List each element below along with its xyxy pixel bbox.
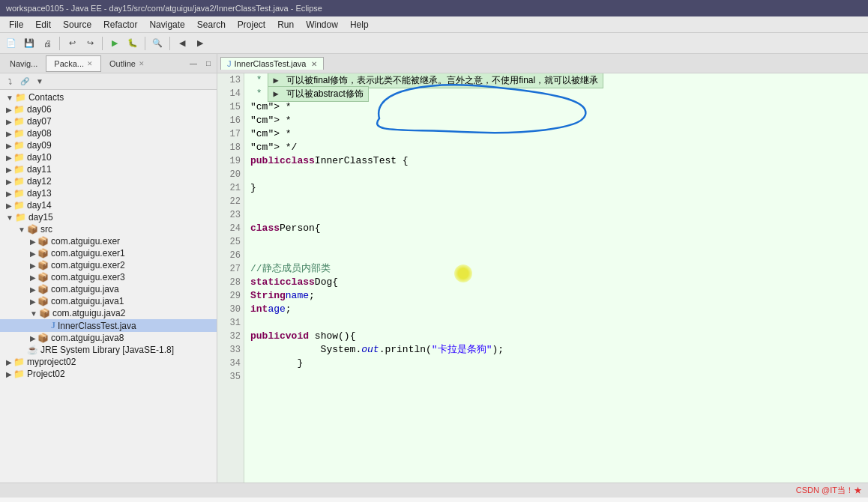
menu-search[interactable]: Search	[191, 18, 232, 31]
title-bar: workspace0105 - Java EE - day15/src/com/…	[0, 0, 868, 16]
tree-item[interactable]: ▶📁day06	[0, 103, 217, 115]
tree-item[interactable]: ▶📦com.atguigu.exer	[0, 235, 217, 247]
tree-item[interactable]: ▶📁day14	[0, 199, 217, 211]
tree-arrow[interactable]: ▶	[6, 154, 12, 162]
tree-item[interactable]: ▶📦com.atguigu.exer1	[0, 247, 217, 259]
tab-package-explorer[interactable]: Packa... ✕	[46, 55, 101, 72]
editor-tab-icon: J	[227, 59, 232, 68]
tree-arrow[interactable]: ▶	[6, 202, 12, 210]
tree-item[interactable]: ▶📁day12	[0, 175, 217, 187]
tree-arrow[interactable]: ▶	[6, 358, 12, 366]
tree-arrow[interactable]: ▶	[6, 118, 12, 126]
view-menu-btn[interactable]: ▼	[33, 75, 46, 88]
toolbar-save[interactable]: 💾	[21, 35, 37, 52]
annotation-text: ▶ 可以被abstract修饰	[268, 86, 368, 102]
tree-item[interactable]: ▶📁day09	[0, 139, 217, 151]
tree-arrow[interactable]: ▶	[30, 250, 36, 258]
panel-maximize[interactable]: □	[202, 57, 215, 70]
line-number: 25	[217, 235, 244, 249]
menu-navigate[interactable]: Navigate	[143, 18, 190, 31]
tree-item[interactable]: ▶📁day10	[0, 151, 217, 163]
tree-arrow[interactable]: ▼	[6, 214, 13, 222]
menu-window[interactable]: Window	[300, 18, 344, 31]
watermark: CSDN @IT当！★	[796, 485, 862, 496]
tree-item[interactable]: ▼📦src	[0, 223, 217, 235]
tree-arrow[interactable]: ▶	[30, 297, 36, 306]
toolbar-forward[interactable]: ▶	[192, 35, 208, 52]
tree-arrow[interactable]: ▼	[30, 309, 37, 318]
editor-tab-innerclasstest[interactable]: J InnerClassTest.java ✕	[220, 57, 324, 70]
tree-item[interactable]: ▶📦com.atguigu.exer2	[0, 259, 217, 271]
tree-arrow[interactable]: ▼	[18, 226, 25, 234]
tree-item[interactable]: JInnerClassTest.java	[0, 319, 217, 332]
tree-icon: 📦	[37, 272, 49, 282]
tree-arrow[interactable]: ▶	[30, 285, 36, 294]
tree-item[interactable]: ▼📦com.atguigu.java2	[0, 307, 217, 319]
line-number: 17	[217, 127, 244, 141]
tree-item[interactable]: ▶📁Project02	[0, 368, 217, 380]
main-layout: Navig... Packa... ✕ Outline ✕ — □ ⤵ 🔗 ▼ …	[0, 54, 868, 483]
tree-item[interactable]: ▶📁day13	[0, 187, 217, 199]
code-editor[interactable]: 1314151617181920212223242526272829303132…	[217, 73, 868, 483]
tree-item[interactable]: ▶📦com.atguigu.java8	[0, 332, 217, 344]
panel-controls: — □	[187, 57, 215, 70]
tree-item[interactable]: ▶📦com.atguigu.exer3	[0, 271, 217, 283]
toolbar-search[interactable]: 🔍	[149, 35, 166, 52]
tree-label: com.atguigu.exer1	[51, 248, 125, 258]
panel-minimize[interactable]: —	[187, 57, 200, 70]
menu-file[interactable]: File	[3, 18, 29, 31]
tab-navigator[interactable]: Navig...	[1, 55, 46, 72]
menu-edit[interactable]: Edit	[29, 18, 57, 31]
line-number: 18	[217, 141, 244, 154]
tree-arrow[interactable]: ▶	[30, 238, 36, 246]
editor-tab-close[interactable]: ✕	[311, 60, 317, 68]
tree-area[interactable]: ▼📁Contacts▶📁day06▶📁day07▶📁day08▶📁day09▶📁…	[0, 90, 217, 483]
tree-item[interactable]: ▶📁day07	[0, 115, 217, 127]
tree-arrow[interactable]: ▶	[6, 370, 12, 378]
toolbar-undo[interactable]: ↩	[64, 35, 80, 52]
menu-source[interactable]: Source	[57, 18, 97, 31]
code-content[interactable]: * ▶ 可以被final修饰，表示此类不能被继承。言外之意，不使用final，就…	[244, 73, 868, 483]
collapse-all-btn[interactable]: ⤵	[3, 75, 16, 88]
tree-arrow[interactable]: ▶	[6, 106, 12, 114]
toolbar-debug[interactable]: 🐛	[124, 35, 141, 52]
toolbar-new[interactable]: 📄	[3, 35, 19, 52]
tree-arrow[interactable]: ▶	[6, 190, 12, 198]
menu-run[interactable]: Run	[271, 18, 300, 31]
toolbar-back[interactable]: ◀	[174, 35, 190, 52]
toolbar-redo[interactable]: ↪	[82, 35, 98, 52]
tree-arrow[interactable]: ▶	[30, 273, 36, 282]
tree-arrow[interactable]: ▶	[6, 166, 12, 174]
tab-outline[interactable]: Outline ✕	[101, 55, 153, 72]
tab-package-close[interactable]: ✕	[87, 60, 93, 67]
code-line: public void show(){	[250, 330, 862, 343]
tree-arrow[interactable]: ▶	[30, 334, 36, 342]
tab-outline-close[interactable]: ✕	[139, 60, 145, 67]
tree-arrow[interactable]: ▶	[6, 178, 12, 186]
tree-label: day10	[27, 152, 52, 163]
cursor-highlight	[454, 264, 472, 282]
tree-arrow[interactable]: ▼	[6, 94, 13, 102]
tree-item[interactable]: ▶📁myproject02	[0, 356, 217, 368]
tree-item[interactable]: ▼📁Contacts	[0, 91, 217, 103]
tree-arrow[interactable]: ▶	[6, 142, 12, 150]
tree-item[interactable]: ▶📦com.atguigu.java1	[0, 295, 217, 307]
tree-icon: 📁	[15, 92, 26, 103]
tree-arrow[interactable]: ▶	[30, 261, 36, 270]
toolbar-print[interactable]: 🖨	[39, 35, 55, 52]
tree-item[interactable]: ▶📁day08	[0, 127, 217, 139]
code-line	[250, 316, 862, 330]
link-editor-btn[interactable]: 🔗	[18, 75, 31, 88]
tree-item[interactable]: ▶📁day11	[0, 163, 217, 175]
tree-label: com.atguigu.java2	[52, 308, 125, 318]
tree-item[interactable]: ☕JRE System Library [JavaSE-1.8]	[0, 344, 217, 356]
code-line: "cm"> *	[250, 100, 862, 114]
tree-label: src	[40, 224, 52, 235]
tree-item[interactable]: ▼📁day15	[0, 211, 217, 223]
menu-project[interactable]: Project	[232, 18, 271, 31]
menu-help[interactable]: Help	[344, 18, 375, 31]
tree-arrow[interactable]: ▶	[6, 130, 12, 138]
toolbar-run[interactable]: ▶	[106, 35, 123, 52]
menu-refactor[interactable]: Refactor	[97, 18, 143, 31]
tree-item[interactable]: ▶📦com.atguigu.java	[0, 283, 217, 295]
